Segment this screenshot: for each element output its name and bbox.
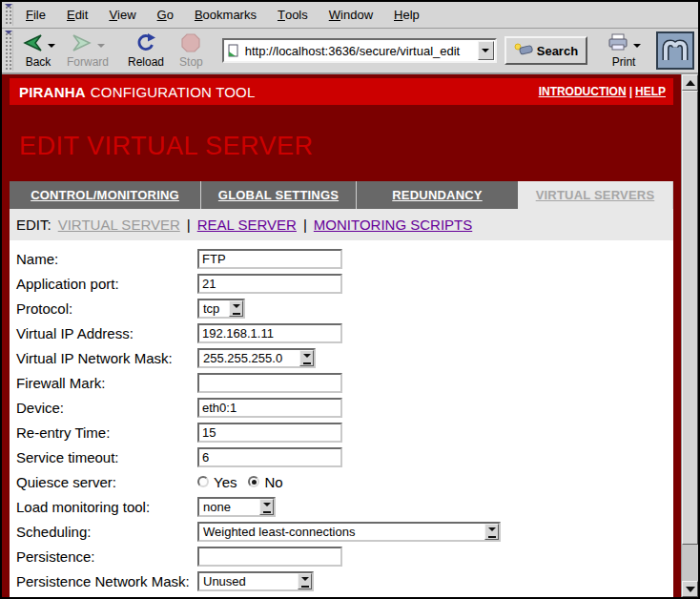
text-input-persistence[interactable] — [197, 547, 342, 567]
select-scheduling[interactable]: Weighted least-connections — [197, 522, 501, 542]
subnav-prefix: EDIT: — [16, 217, 51, 233]
print-label: Print — [612, 55, 636, 69]
menu-go[interactable]: Go — [147, 2, 184, 28]
radio-option-no[interactable]: No — [248, 474, 282, 490]
form-row-protocol: Protocol:tcp — [10, 296, 673, 320]
print-button[interactable]: Print — [601, 30, 647, 72]
radio-icon-yes[interactable] — [197, 476, 209, 487]
form-row-firewall-mark: Firewall Mark: — [10, 370, 673, 395]
select-virtual-ip-network-mask[interactable]: 255.255.255.0 — [197, 348, 316, 368]
menu-tools[interactable]: Tools — [267, 2, 319, 28]
dropdown-arrow-icon — [259, 499, 274, 515]
field-label: Re-entry Time: — [10, 424, 197, 441]
select-protocol[interactable]: tcp — [197, 299, 245, 319]
back-label: Back — [26, 55, 51, 69]
text-input-virtual-ip-address[interactable] — [197, 323, 342, 343]
print-dropdown-icon[interactable] — [633, 44, 641, 52]
field-label: Protocol: — [10, 300, 197, 317]
menu-file[interactable]: File — [15, 2, 56, 28]
app-title-rest: CONFIGURATION TOOL — [91, 84, 256, 100]
subnav-link-monitoring-scripts[interactable]: MONITORING SCRIPTS — [314, 217, 472, 233]
subnav-separator: | — [303, 217, 307, 233]
mozilla-logo[interactable] — [656, 31, 694, 70]
back-button[interactable]: Back — [15, 30, 61, 72]
subnav-link-real-server[interactable]: REAL SERVER — [197, 217, 297, 233]
scroll-down-icon — [686, 587, 695, 597]
subnav-current-virtual-server: VIRTUAL SERVER — [58, 217, 180, 233]
menu-bookmarks[interactable]: Bookmarks — [184, 2, 267, 28]
menu-view[interactable]: View — [98, 2, 146, 28]
vertical-scrollbar[interactable] — [681, 74, 698, 597]
scrollbar-thumb[interactable] — [682, 91, 698, 545]
reload-button[interactable]: Reload — [122, 30, 170, 72]
stop-button[interactable]: Stop — [174, 30, 209, 72]
form-row-application-port: Application port: — [10, 271, 673, 296]
toolbar-grippy[interactable] — [4, 31, 13, 71]
piranha-header-bar: PIRANHACONFIGURATION TOOL INTRODUCTION|H… — [10, 78, 673, 105]
app-title-brand: PIRANHA — [19, 84, 86, 100]
select-value: tcp — [199, 300, 229, 317]
menu-window[interactable]: Window — [319, 2, 383, 28]
form-row-persistence-network-mask: Persistence Network Mask:Unused — [10, 568, 673, 593]
forward-icon — [71, 32, 93, 56]
header-link-help[interactable]: HELP — [635, 85, 666, 98]
search-icon — [514, 42, 533, 59]
forward-dropdown-icon — [97, 44, 105, 52]
menu-bar: FileEditViewGoBookmarksToolsWindowHelp — [2, 2, 698, 29]
menu-edit[interactable]: Edit — [56, 2, 98, 28]
field-label: Persistence: — [10, 548, 197, 565]
form-row-quiesce-server: Quiesce server:YesNo — [10, 469, 673, 494]
field-label: Service timeout: — [10, 449, 197, 465]
back-dropdown-icon[interactable] — [48, 44, 55, 52]
page-viewport: PIRANHACONFIGURATION TOOL INTRODUCTION|H… — [2, 74, 681, 597]
text-input-service-timeout[interactable] — [197, 447, 342, 467]
radio-option-yes[interactable]: Yes — [197, 474, 237, 490]
text-input-application-port[interactable] — [197, 274, 342, 294]
tab-virtual-servers[interactable]: VIRTUAL SERVERS — [518, 181, 673, 209]
forward-button[interactable]: Forward — [61, 30, 114, 72]
field-label: Persistence Network Mask: — [10, 573, 197, 589]
back-icon — [21, 32, 44, 56]
search-label: Search — [537, 44, 578, 58]
tab-redundancy[interactable]: REDUNDANCY — [357, 181, 518, 209]
form-row-virtual-ip-address: Virtual IP Address: — [10, 320, 673, 345]
form-row-virtual-ip-network-mask: Virtual IP Network Mask:255.255.255.0 — [10, 345, 673, 370]
text-input-name[interactable] — [197, 249, 342, 269]
search-button[interactable]: Search — [504, 36, 587, 65]
reload-icon — [135, 32, 156, 56]
text-input-firewall-mark[interactable] — [197, 373, 342, 393]
tab-bar: CONTROL/MONITORINGGLOBAL SETTINGSREDUNDA… — [10, 181, 673, 209]
menubar-grippy[interactable] — [4, 4, 13, 26]
select-load-monitoring-tool[interactable]: none — [197, 497, 276, 517]
radio-icon-no[interactable] — [248, 476, 259, 487]
select-value: Weighted least-connections — [199, 524, 484, 540]
field-label: Device: — [10, 400, 197, 416]
radio-group-quiesce-server: YesNo — [197, 474, 295, 490]
tab-control-monitoring[interactable]: CONTROL/MONITORING — [10, 181, 201, 209]
field-label: Application port: — [10, 276, 197, 292]
scroll-up-icon — [686, 75, 695, 86]
form-row-name: Name: — [10, 246, 673, 271]
form-row-scheduling: Scheduling:Weighted least-connections — [10, 519, 673, 544]
tab-global-settings[interactable]: GLOBAL SETTINGS — [201, 181, 357, 209]
print-icon — [607, 33, 629, 54]
nav-toolbar: Back Forward Reload — [2, 29, 698, 74]
form-row-service-timeout: Service timeout: — [10, 444, 673, 469]
dropdown-arrow-icon — [229, 300, 243, 317]
menu-help[interactable]: Help — [383, 2, 430, 28]
header-link-introduction[interactable]: INTRODUCTION — [539, 85, 627, 98]
subnav-separator: | — [187, 217, 191, 233]
dropdown-arrow-icon — [299, 350, 314, 366]
text-input-device[interactable] — [197, 398, 342, 418]
scrollbar-track[interactable] — [682, 545, 698, 581]
url-dropdown-button[interactable] — [478, 41, 494, 60]
text-input-re-entry-time[interactable] — [197, 423, 342, 443]
field-label: Virtual IP Address: — [10, 325, 197, 341]
scroll-down-button[interactable] — [682, 581, 698, 597]
stop-icon — [181, 33, 200, 55]
form-row-re-entry-time: Re-entry Time: — [10, 420, 673, 444]
scroll-up-button[interactable] — [682, 74, 698, 91]
url-bar[interactable]: http://localhost:3636/secure/virtual_edi… — [222, 38, 497, 63]
url-input[interactable]: http://localhost:3636/secure/virtual_edi… — [243, 44, 478, 58]
select-persistence-network-mask[interactable]: Unused — [197, 571, 314, 591]
